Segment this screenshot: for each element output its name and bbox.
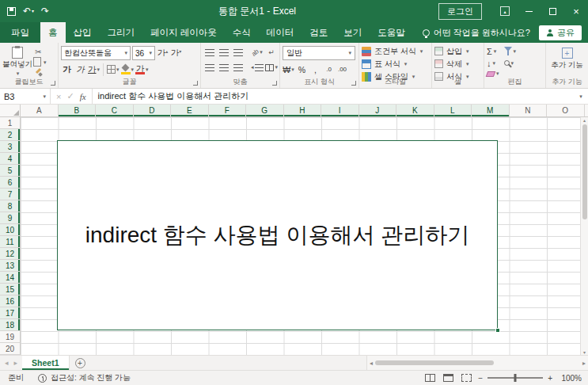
addins-button[interactable]: + 추가 기능 <box>548 46 586 69</box>
ribbon-tab-페이지 레이아웃[interactable]: 페이지 레이아웃 <box>142 22 225 43</box>
horizontal-scrollbar[interactable]: ◂ ▸ <box>366 356 588 370</box>
normal-view-button[interactable] <box>423 372 436 384</box>
zoom-out-button[interactable]: − <box>478 374 483 383</box>
paste-button[interactable]: 붙여넣기 ▾ <box>2 46 32 77</box>
close-button[interactable]: × <box>564 0 588 22</box>
row-header-4[interactable]: 4 <box>0 153 21 165</box>
name-box[interactable]: B3▾ <box>0 89 51 104</box>
enter-entry-icon[interactable]: ✓ <box>66 91 74 101</box>
login-button[interactable]: 로그인 <box>438 3 482 20</box>
ribbon-tab-검토[interactable]: 검토 <box>302 22 336 43</box>
decrease-decimal-button[interactable]: .00 <box>336 63 348 76</box>
undo-button[interactable]: ↶▾ <box>23 6 34 16</box>
horizontal-scroll-thumb[interactable] <box>375 360 494 365</box>
ribbon-tab-보기[interactable]: 보기 <box>336 22 370 43</box>
copy-button[interactable]: ▾ <box>35 58 47 67</box>
column-header-L[interactable]: L <box>434 105 472 116</box>
font-name-select[interactable]: 한컴산뜻돋움▾ <box>61 46 131 60</box>
dialog-launcher-icon[interactable] <box>193 81 198 86</box>
ribbon-tab-홈[interactable]: 홈 <box>40 22 66 43</box>
insert-cells-button[interactable]: 삽입▾ <box>434 46 481 56</box>
format-as-table-button[interactable]: 표 서식▾ <box>362 59 429 69</box>
borders-button[interactable]: ▾ <box>107 63 119 76</box>
minimize-button[interactable] <box>517 0 541 22</box>
column-header-D[interactable]: D <box>134 105 172 116</box>
row-header-9[interactable]: 9 <box>0 212 21 224</box>
share-button[interactable]: 공유 <box>539 25 582 40</box>
decrease-font-button[interactable]: 가▾ <box>170 47 182 60</box>
next-sheet-icon[interactable]: ▸ <box>14 359 18 367</box>
column-header-B[interactable]: B <box>59 105 97 116</box>
selected-merged-cell[interactable]: indirect 함수 사용법 이용해서 관리하기 <box>57 140 498 330</box>
accounting-format-button[interactable]: ₩▾ <box>283 63 294 76</box>
italic-button[interactable]: 가 <box>74 63 86 76</box>
sort-filter-button[interactable]: ▾ <box>504 47 517 55</box>
row-header-3[interactable]: 3 <box>0 141 21 153</box>
fill-handle[interactable] <box>495 328 500 333</box>
column-header-K[interactable]: K <box>396 105 434 116</box>
ribbon-tab-도움말[interactable]: 도움말 <box>370 22 413 43</box>
vertical-scrollbar[interactable]: ▴ ▾ <box>580 117 588 355</box>
wrap-text-button[interactable]: ↵ <box>265 46 278 59</box>
file-tab[interactable]: 파일 <box>0 22 40 43</box>
ribbon-tab-그리기[interactable]: 그리기 <box>100 22 143 43</box>
row-header-11[interactable]: 11 <box>0 236 21 248</box>
autosum-button[interactable]: Σ▾ <box>487 47 499 55</box>
save-icon[interactable] <box>7 7 16 16</box>
cell-grid[interactable]: indirect 함수 사용법 이용해서 관리하기 <box>21 117 588 355</box>
underline-button[interactable]: 가▾ <box>88 63 100 76</box>
ribbon-display-options-button[interactable]: ▴ <box>493 0 517 22</box>
row-header-12[interactable]: 12 <box>0 248 21 260</box>
row-header-6[interactable]: 6 <box>0 177 21 189</box>
column-header-H[interactable]: H <box>284 105 322 116</box>
merge-center-button[interactable]: ▾ <box>265 61 278 74</box>
bold-button[interactable]: 가 <box>61 63 73 76</box>
column-header-O[interactable]: O <box>547 105 585 116</box>
insert-function-button[interactable]: fx <box>80 92 86 101</box>
vertical-scroll-thumb[interactable] <box>582 124 587 219</box>
row-header-7[interactable]: 7 <box>0 189 21 200</box>
row-header-20[interactable]: 20 <box>0 343 21 355</box>
column-header-N[interactable]: N <box>510 105 548 116</box>
previous-sheet-icon[interactable]: ◂ <box>5 359 9 367</box>
increase-decimal-button[interactable]: .0 <box>323 63 335 76</box>
align-left-button[interactable] <box>203 61 216 74</box>
ribbon-tab-삽입[interactable]: 삽입 <box>66 22 100 43</box>
font-size-select[interactable]: 36▾ <box>132 46 155 60</box>
align-center-button[interactable] <box>218 61 230 74</box>
dialog-launcher-icon[interactable] <box>51 81 55 86</box>
dialog-launcher-icon[interactable] <box>272 81 277 86</box>
format-painter-button[interactable] <box>35 68 47 77</box>
orientation-button[interactable]: ab▾ <box>251 46 264 59</box>
comma-style-button[interactable]: , <box>309 63 321 76</box>
row-header-8[interactable]: 8 <box>0 200 21 212</box>
select-all-button[interactable] <box>0 105 21 116</box>
formula-input[interactable]: indirect 함수 사용법 이용해서 관리하기 <box>93 89 574 104</box>
zoom-in-button[interactable]: + <box>548 374 552 383</box>
conditional-formatting-button[interactable]: 조건부 서식▾ <box>362 46 429 56</box>
zoom-slider-thumb[interactable] <box>514 374 517 382</box>
cut-button[interactable]: ✂ <box>35 48 47 56</box>
column-header-I[interactable]: I <box>321 105 359 116</box>
row-header-19[interactable]: 19 <box>0 331 21 343</box>
tell-me-box[interactable]: 어떤 작업을 원하시나요? <box>423 22 530 43</box>
row-header-1[interactable]: 1 <box>0 117 21 129</box>
decrease-indent-button[interactable]: ◂ <box>251 61 264 74</box>
row-header-10[interactable]: 10 <box>0 224 21 236</box>
ribbon-tab-수식[interactable]: 수식 <box>225 22 259 43</box>
expand-formula-bar-button[interactable]: ▾ <box>574 89 588 104</box>
page-break-view-button[interactable] <box>460 372 472 384</box>
scroll-up-icon[interactable]: ▴ <box>583 117 586 123</box>
maximize-button[interactable] <box>541 0 564 22</box>
increase-font-button[interactable]: 가▴ <box>157 47 169 60</box>
cancel-entry-icon[interactable]: × <box>56 92 61 101</box>
find-select-button[interactable]: ▾ <box>504 59 517 67</box>
align-bottom-button[interactable] <box>232 46 245 59</box>
ribbon-tab-데이터[interactable]: 데이터 <box>259 22 302 43</box>
number-format-select[interactable]: 일반▾ <box>283 46 355 60</box>
dialog-launcher-icon[interactable] <box>351 81 356 86</box>
column-header-J[interactable]: J <box>359 105 397 116</box>
add-sheet-button[interactable]: + <box>75 358 85 368</box>
sheet-tab-active[interactable]: Sheet1 <box>22 356 69 370</box>
scroll-left-icon[interactable]: ◂ <box>370 360 373 367</box>
